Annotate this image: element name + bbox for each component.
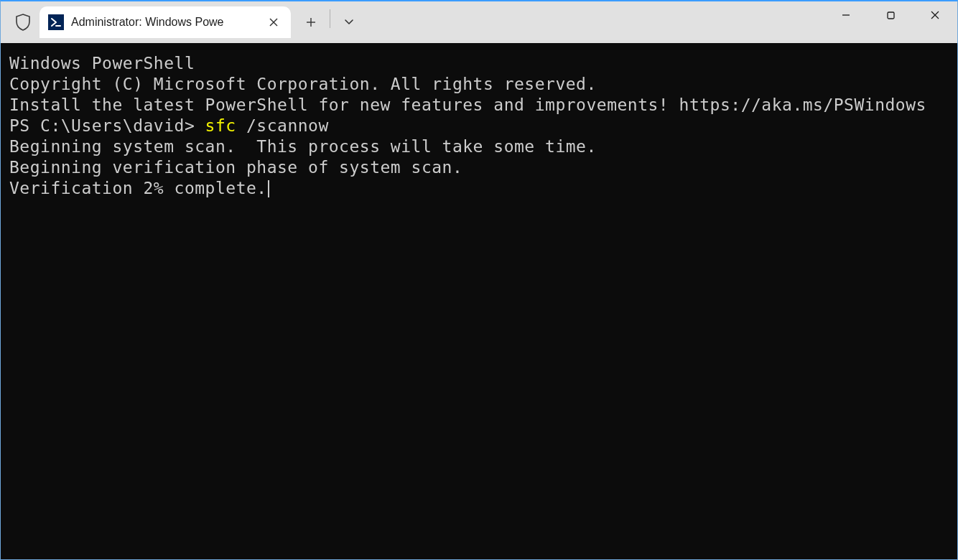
- terminal-line: Beginning verification phase of system s…: [9, 157, 949, 178]
- cursor: [268, 180, 269, 197]
- titlebar-left: Administrator: Windows Powe: [1, 1, 365, 43]
- new-tab-button[interactable]: [295, 6, 327, 38]
- window-controls: [824, 1, 957, 29]
- command-name: sfc: [205, 116, 236, 135]
- tab-close-button[interactable]: [264, 12, 284, 32]
- tab-active[interactable]: Administrator: Windows Powe: [39, 6, 291, 38]
- divider: [330, 9, 330, 28]
- close-button[interactable]: [913, 1, 957, 29]
- terminal-prompt-line: PS C:\Users\david> sfc /scannow: [9, 116, 949, 136]
- tab-title: Administrator: Windows Powe: [71, 16, 259, 29]
- powershell-icon: [48, 14, 64, 30]
- terminal-output[interactable]: Windows PowerShellCopyright (C) Microsof…: [1, 43, 957, 559]
- command-args: /scannow: [236, 116, 329, 135]
- shield-icon[interactable]: [11, 8, 35, 37]
- terminal-line: Verification 2% complete.: [9, 178, 949, 199]
- verification-text: Verification 2% complete.: [9, 179, 267, 197]
- maximize-button[interactable]: [868, 1, 913, 29]
- terminal-window: Administrator: Windows Powe: [0, 0, 958, 560]
- terminal-line: Beginning system scan. This process will…: [9, 136, 949, 157]
- minimize-button[interactable]: [824, 1, 868, 29]
- terminal-line: Copyright (C) Microsoft Corporation. All…: [9, 74, 949, 95]
- titlebar: Administrator: Windows Powe: [1, 1, 957, 43]
- svg-rect-7: [888, 12, 894, 19]
- prompt: PS C:\Users\david>: [9, 116, 205, 135]
- tab-dropdown-button[interactable]: [333, 6, 365, 38]
- terminal-line: Install the latest PowerShell for new fe…: [9, 95, 949, 116]
- terminal-line: Windows PowerShell: [9, 53, 949, 74]
